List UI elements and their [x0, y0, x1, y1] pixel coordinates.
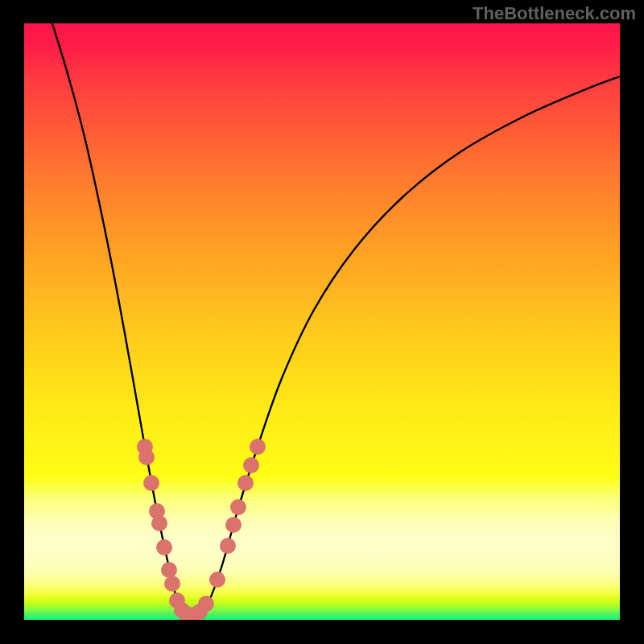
chart-svg	[24, 23, 620, 620]
plot-area	[24, 23, 620, 620]
data-point-marker	[220, 538, 236, 554]
data-point-marker	[230, 499, 246, 515]
data-point-marker	[198, 596, 214, 612]
data-point-marker	[156, 539, 172, 555]
data-point-marker	[143, 475, 159, 491]
data-point-marker	[164, 576, 180, 592]
chart-container: TheBottleneck.com	[0, 0, 644, 644]
bottleneck-curve	[52, 23, 620, 617]
data-point-marker	[237, 475, 254, 491]
data-point-marker	[250, 439, 266, 455]
data-point-marker	[209, 572, 225, 588]
data-point-marker	[138, 449, 155, 465]
data-point-marker	[225, 517, 242, 533]
data-point-marker	[161, 562, 177, 578]
data-point-marker	[243, 457, 259, 473]
watermark-text: TheBottleneck.com	[473, 3, 636, 24]
highlighted-points	[137, 439, 266, 620]
data-point-marker	[151, 515, 167, 531]
